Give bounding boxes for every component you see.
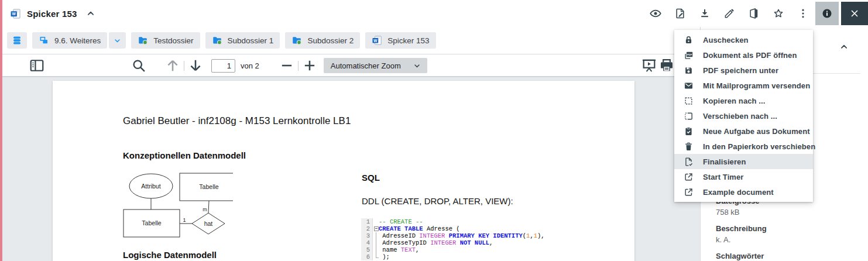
save-icon: [684, 66, 694, 75]
lock-icon: [684, 35, 694, 45]
breadcrumb-expand-button[interactable]: [109, 32, 126, 49]
menu-item-neue-aufgabe-aus-dokument[interactable]: Neue Aufgabe aus Dokument: [674, 123, 813, 139]
zoom-out-button[interactable]: [278, 57, 296, 74]
er-oval-label: Attribut: [141, 183, 160, 190]
titlebar-actions: [643, 0, 868, 27]
word-icon: W: [372, 35, 382, 46]
move-icon: [684, 111, 694, 121]
code-fold-gutter: [373, 253, 379, 260]
er-cardinality-m: m: [203, 207, 207, 212]
menu-item-mit-mailprogramm-versenden[interactable]: Mit Mailprogramm versenden: [674, 78, 813, 93]
breadcrumb-chips: 9.6. WeiteresTestdossierSubdossier 1Subd…: [7, 32, 436, 49]
database-icon: [12, 35, 22, 46]
trash-icon: [684, 142, 694, 152]
code-line: 1-- CREATE --: [361, 218, 555, 225]
menu-item-auschecken[interactable]: Auschecken: [674, 32, 813, 47]
office-icon: [748, 8, 760, 19]
hierarchy-icon: [39, 35, 49, 46]
breadcrumb-chip[interactable]: [7, 32, 27, 49]
menu-item-label: Finalisieren: [703, 157, 746, 166]
breadcrumb-chip-testdossier[interactable]: Testdossier: [131, 32, 200, 49]
menu-item-dokument-als-pdf-ffnen[interactable]: PDFDokument als PDF öffnen: [674, 47, 813, 63]
print-button[interactable]: [658, 57, 675, 74]
external-link-icon: [684, 187, 694, 197]
er-rect-bottom-label: Tabelle: [142, 219, 161, 226]
breadcrumb-chip-subdossier-2[interactable]: Subdossier 2: [285, 32, 360, 49]
annotate-button[interactable]: [717, 2, 742, 25]
info-button[interactable]: [815, 2, 839, 25]
menu-item-label: Mit Mailprogramm versenden: [703, 81, 810, 90]
code-fold-gutter: [373, 246, 379, 253]
more-options-button[interactable]: [791, 2, 815, 25]
code-fold-toggle[interactable]: [373, 225, 379, 232]
pdf-viewer: Gabriel Beutler - inf2108g - M153 Lernko…: [2, 76, 700, 261]
doc-ddl-line: DDL (CREATE, DROP, ALTER, VIEW):: [362, 196, 513, 206]
menu-item-example-document[interactable]: Example document: [674, 184, 813, 200]
menu-item-pdf-speichern-unter[interactable]: PDF speichern unter: [674, 63, 813, 78]
zoom-level-select[interactable]: Automatischer Zoom: [324, 58, 427, 73]
menu-item-in-den-papierkorb-verschieben[interactable]: In den Papierkorb verschieben: [674, 139, 813, 154]
menu-item-label: Example document: [703, 188, 774, 197]
code-text: -- CREATE --: [379, 218, 423, 225]
sidebar-field-label: Schlagwörter: [716, 250, 862, 261]
code-text: name TEXT,: [379, 246, 419, 253]
code-line: 5 name TEXT,: [361, 246, 555, 253]
edit-document-button[interactable]: [668, 2, 692, 25]
sidebar-fields: Dateigrösse758 kBBeschreibungk. A.Schlag…: [716, 195, 862, 261]
sidebar-toggle-button[interactable]: [28, 57, 46, 74]
code-line-number: 5: [361, 246, 373, 253]
sql-code-block: 1-- CREATE --2CREATE TABLE Adresse (3 Ad…: [361, 218, 555, 260]
zoom-in-button[interactable]: [301, 57, 318, 74]
chevron-down-icon: [113, 36, 122, 45]
accent-strip: [0, 0, 2, 261]
breadcrumb-chip-label: 9.6. Weiteres: [54, 36, 101, 45]
menu-item-start-timer[interactable]: Start Timer: [674, 169, 813, 184]
code-line: 2CREATE TABLE Adresse (: [361, 225, 555, 232]
breadcrumb: 9.6. WeiteresTestdossierSubdossier 1Subd…: [2, 27, 700, 54]
document-actions-menu: AuscheckenPDFDokument als PDF öffnenPDF …: [674, 30, 813, 202]
code-fold-gutter: [373, 232, 379, 239]
info-icon: [821, 8, 833, 19]
code-text: AdresseID INTEGER PRIMARY KEY IDENTITY(1…: [379, 232, 545, 239]
open-office-button[interactable]: [742, 2, 766, 25]
pdf-toolbar: von 2 Automatischer Zoom: [2, 55, 700, 76]
menu-item-label: In den Papierkorb verschieben: [703, 142, 815, 151]
breadcrumb-chip-subdossier-1[interactable]: Subdossier 1: [205, 32, 280, 49]
more-vert-icon: [797, 8, 809, 19]
code-text: CREATE TABLE Adresse (: [379, 225, 460, 232]
menu-item-finalisieren[interactable]: Finalisieren: [674, 154, 813, 169]
page-number-input[interactable]: [211, 59, 235, 73]
search-button[interactable]: [130, 57, 147, 74]
word-icon: W: [10, 8, 21, 19]
er-diamond-label: hat: [204, 220, 213, 227]
code-fold-gutter: [373, 239, 379, 246]
folder-icon: [291, 35, 302, 46]
breadcrumb-chip-spicker-153[interactable]: WSpicker 153: [365, 32, 435, 49]
breadcrumb-chip-label: Testdossier: [153, 36, 193, 45]
toolbar-separator: [184, 61, 184, 71]
preview-button[interactable]: [643, 2, 668, 25]
menu-item-label: Verschieben nach ...: [703, 112, 777, 121]
close-button[interactable]: [841, 2, 868, 25]
folder-icon: [212, 35, 222, 46]
pdf-page: Gabriel Beutler - inf2108g - M153 Lernko…: [53, 81, 634, 261]
star-icon: [773, 8, 784, 19]
previous-page-button[interactable]: [164, 57, 181, 74]
close-icon: [849, 8, 860, 19]
sidebar-collapse-button[interactable]: [838, 40, 850, 53]
download-button[interactable]: [692, 2, 717, 25]
next-page-button[interactable]: [187, 57, 204, 74]
breadcrumb-chip-9-6-weiteres[interactable]: 9.6. Weiteres: [32, 32, 107, 49]
sidebar-field-value: 758 kB: [716, 207, 862, 218]
page-count-label: von 2: [241, 61, 259, 70]
menu-item-label: Dokument als PDF öffnen: [703, 51, 797, 60]
sidebar-field-label: Beschreibung: [716, 223, 862, 234]
code-line: 4 AdresseTypID INTEGER NOT NULL,: [361, 239, 555, 246]
doc-heading-konzept: Konzeptionellen Datenmodell: [123, 150, 246, 160]
presentation-mode-button[interactable]: [640, 57, 658, 74]
document-edit-icon: [674, 8, 686, 19]
menu-item-kopieren-nach[interactable]: Kopieren nach ...: [674, 93, 813, 108]
favorite-button[interactable]: [766, 2, 791, 25]
title-collapse-button[interactable]: [84, 7, 97, 20]
menu-item-verschieben-nach[interactable]: Verschieben nach ...: [674, 108, 813, 123]
